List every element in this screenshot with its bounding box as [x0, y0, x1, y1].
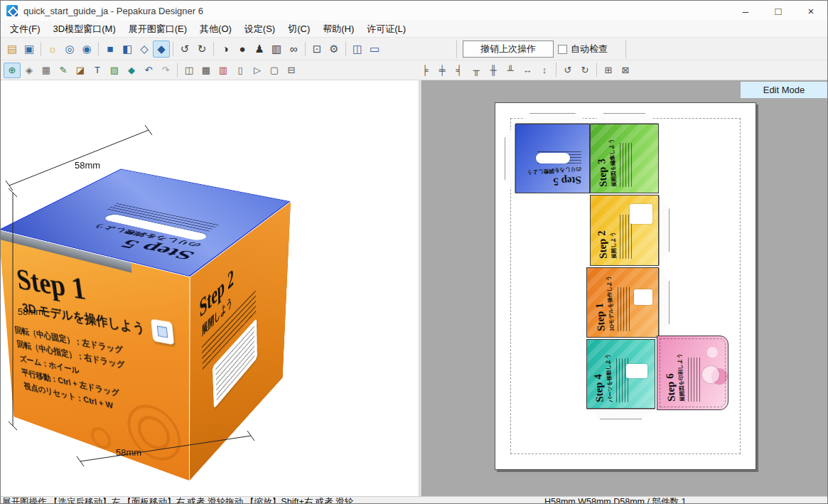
text-tool-icon[interactable]: T — [89, 63, 106, 78]
align-bottom-icon[interactable]: ╨ — [502, 62, 519, 77]
menu-pattern-window[interactable]: 展开图窗口(E) — [122, 21, 193, 38]
auto-check-label: 自动检查 — [571, 43, 608, 55]
space-horizontal-icon[interactable]: ↔ — [519, 62, 536, 77]
diagram-box — [626, 364, 647, 378]
menu-file[interactable]: 文件(F) — [4, 21, 47, 38]
title-bar: quick_start_guide_ja - Pepakura Designer… — [1, 1, 827, 21]
toolbar-main: ▤ ▣ ☼ ◎ ◉ ■ ◧ ◇ ◆ ↺ ↻ ◑ — [1, 38, 827, 60]
text-placeholder — [688, 358, 702, 402]
undo-last-operation-button[interactable]: 撤销上次操作 — [463, 41, 554, 58]
pattern-part-step1[interactable]: Step 1 3Dモデルを操作しよう — [586, 267, 659, 338]
pattern-page: Step 5 のりしろを調整しよう Step 3 展開図を編集しよう — [495, 102, 756, 470]
print-icon[interactable]: ⊟ — [283, 63, 300, 78]
auto-check-checkbox[interactable] — [558, 45, 567, 54]
toolbar-tools: ⊕ ◈ ▦ ✎ ◪ T ▧ ◆ ↶ ↷ ◫ ▩ — [1, 60, 827, 80]
2d-pattern-viewport[interactable]: Edit Mode Step 5 のりしろを調整しよう — [421, 80, 827, 496]
pattern-part-step5[interactable]: Step 5 のりしろを調整しよう — [515, 124, 590, 193]
toolbar-separator — [625, 40, 626, 58]
parts-list-icon[interactable]: ▥ — [215, 63, 232, 78]
menu-settings[interactable]: 设定(S) — [238, 21, 281, 38]
page-order-icon[interactable]: ▷ — [249, 63, 266, 78]
auto-check-control: 自动检查 — [558, 41, 608, 58]
pattern-part-step2[interactable]: Step 2 展開しよう — [590, 195, 659, 266]
minimize-button[interactable]: – — [729, 1, 762, 21]
open-book-icon[interactable]: ◫ — [181, 63, 198, 78]
single-view-icon[interactable]: ▭ — [366, 41, 383, 58]
align-right-icon[interactable]: ╡ — [451, 62, 468, 77]
open-file-icon[interactable]: ▤ — [4, 41, 21, 58]
model-dimensions-info: H58mm W58mm D58mm / 部件数 1 — [544, 497, 686, 504]
link-faces-icon[interactable]: ∞ — [285, 41, 302, 58]
rotate-model-left-icon[interactable]: ↺ — [176, 41, 193, 58]
toolbar-separator — [98, 42, 99, 56]
align-left-icon[interactable]: ╞ — [416, 62, 434, 77]
export-image-icon[interactable]: ▢ — [266, 63, 283, 78]
glue-tab — [515, 113, 590, 124]
glue-tab — [590, 113, 659, 124]
status-hint: 展开图操作 【选定后移动】左 【面板移动】右 或者 滑轮拖动 【缩放】Shift… — [2, 497, 353, 504]
edit-mode-badge: Edit Mode — [741, 82, 827, 98]
cube-model: Step 5 のりしろを調整しよう Step 2 展開しよう — [65, 197, 245, 424]
select-region-icon[interactable]: ⊡ — [308, 41, 326, 58]
menu-cut[interactable]: 切(C) — [281, 21, 316, 38]
arrange-settings-icon[interactable]: ⊠ — [617, 62, 634, 77]
redo-icon[interactable]: ↷ — [157, 63, 174, 78]
edge-color-pen-icon[interactable]: ✎ — [55, 63, 72, 78]
texture-view-icon[interactable]: ◎ — [61, 41, 78, 58]
main-area: 58mm 58mm 58mm Step 5 のりしろを調整しよう — [1, 80, 827, 496]
3d-model[interactable]: Step 5 のりしろを調整しよう Step 2 展開しよう — [8, 173, 292, 457]
pattern-part-step4[interactable]: Step 4 パーツを移動しよう — [586, 339, 655, 409]
capture-texture-icon[interactable]: ▩ — [198, 63, 215, 78]
dim-label-top: 58mm — [75, 160, 100, 171]
rotate-model-right-icon[interactable]: ↻ — [193, 41, 210, 58]
cube-wire-icon[interactable]: ◇ — [136, 41, 153, 58]
cylinder-icon[interactable]: ● — [234, 41, 251, 58]
orbit-gizmo-icon — [151, 318, 174, 345]
pan-2d-icon[interactable]: ⊕ — [4, 63, 21, 78]
3d-viewport[interactable]: 58mm 58mm 58mm Step 5 のりしろを調整しよう — [1, 80, 419, 496]
rotate-part-left-icon[interactable]: ↺ — [559, 62, 576, 77]
tag-tool-icon[interactable]: ◈ — [21, 63, 38, 78]
text-placeholder — [620, 143, 634, 187]
cube-half-icon[interactable]: ◧ — [119, 41, 136, 58]
close-button[interactable]: × — [795, 1, 827, 21]
save-icon[interactable]: ▣ — [21, 41, 38, 58]
align-center-h-icon[interactable]: ╪ — [434, 62, 451, 77]
auto-arrange-icon[interactable]: ⊞ — [600, 62, 617, 77]
box-tool-icon[interactable]: ◆ — [123, 63, 140, 78]
status-bar: 展开图操作 【选定后移动】左 【面板移动】右 或者 滑轮拖动 【缩放】Shift… — [1, 496, 827, 504]
menu-help[interactable]: 帮助(H) — [316, 21, 360, 38]
space-vertical-icon[interactable]: ↕ — [536, 62, 553, 77]
toolbar-separator — [41, 42, 41, 56]
align-middle-icon[interactable]: ╫ — [485, 62, 502, 77]
split-view-icon[interactable]: ◫ — [349, 41, 366, 58]
undo-icon[interactable]: ↶ — [140, 63, 157, 78]
part-title: Step 2 — [593, 202, 610, 259]
diagram-box — [634, 289, 652, 305]
part-title: Step 6 — [662, 344, 678, 402]
mannequin-icon[interactable]: ♟ — [251, 41, 268, 58]
scale-columns-icon[interactable]: ▥ — [268, 41, 285, 58]
toolbar-separator — [305, 42, 306, 56]
menu-others[interactable]: 其他(O) — [193, 21, 238, 38]
toolbar-separator — [177, 63, 178, 77]
menu-license[interactable]: 许可证(L) — [360, 21, 412, 38]
page-icon[interactable]: ▯ — [232, 63, 249, 78]
maximize-button[interactable]: □ — [762, 1, 795, 21]
image-tool-icon[interactable]: ▧ — [106, 63, 123, 78]
eraser-icon[interactable]: ◪ — [72, 63, 89, 78]
render-settings-icon[interactable]: ☼ — [44, 41, 61, 58]
material-icon[interactable]: ◑ — [217, 41, 234, 58]
part-title: Step 3 — [593, 130, 610, 188]
cube-solid-icon[interactable]: ■ — [102, 41, 119, 58]
menu-3d-window[interactable]: 3D模型窗口(M) — [47, 21, 122, 38]
rotate-part-right-icon[interactable]: ↻ — [576, 62, 593, 77]
pattern-part-step6[interactable]: Step 6 展開図を印刷しよう — [657, 336, 728, 410]
align-top-icon[interactable]: ╥ — [468, 62, 485, 77]
merge-parts-icon[interactable]: ▦ — [38, 63, 55, 78]
selection-settings-icon[interactable]: ⚙ — [326, 41, 343, 58]
toolbar-separator — [596, 63, 597, 77]
pattern-part-step3[interactable]: Step 3 展開図を編集しよう — [590, 124, 659, 193]
orbit-view-icon[interactable]: ◉ — [78, 41, 95, 58]
cube-shaded-icon[interactable]: ◆ — [153, 41, 170, 58]
